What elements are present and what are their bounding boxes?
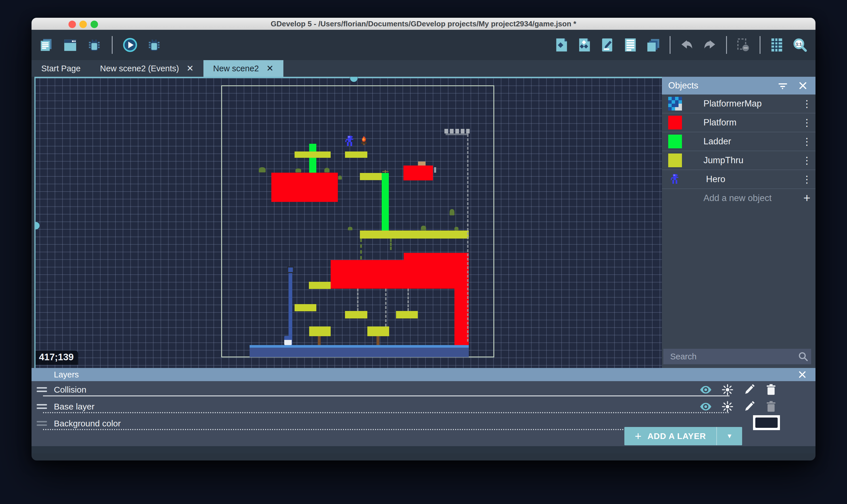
- resize-handle[interactable]: [34, 222, 39, 229]
- objects-group-icon[interactable]: [576, 37, 593, 53]
- scene-object-grass[interactable]: [449, 209, 455, 215]
- properties-icon[interactable]: [599, 37, 616, 53]
- scene-object-grass[interactable]: [455, 227, 458, 230]
- object-row-jumpthru[interactable]: JumpThru⋮: [662, 151, 815, 170]
- scene-object-crate[interactable]: [418, 162, 425, 165]
- layers-icon[interactable]: [645, 37, 661, 53]
- scene-canvas[interactable]: 417;139: [34, 77, 662, 368]
- grid-icon[interactable]: [769, 37, 785, 53]
- debug-icon[interactable]: [86, 37, 103, 53]
- layer-row-collision[interactable]: Collision: [32, 381, 815, 398]
- scene-object-chain[interactable]: [407, 289, 409, 311]
- scene-object-grass[interactable]: [296, 168, 301, 173]
- scene-object-jumpthru[interactable]: [295, 304, 316, 311]
- scene-object-graybit[interactable]: [434, 167, 436, 173]
- scene-object-sign[interactable]: [367, 326, 389, 336]
- scene-object-platform[interactable]: [403, 165, 433, 180]
- drag-handle-icon[interactable]: [37, 419, 47, 428]
- close-objects-panel-icon[interactable]: [797, 79, 809, 92]
- redo-icon[interactable]: [702, 37, 718, 53]
- scene-object-vine[interactable]: [360, 238, 362, 259]
- object-row-platformermap[interactable]: PlatformerMap⋮: [662, 94, 815, 113]
- scene-object-figure[interactable]: [284, 336, 292, 345]
- edit-icon[interactable]: [743, 400, 756, 413]
- scene-object-dashline[interactable]: [467, 134, 469, 342]
- canvas-top-accent: [36, 77, 662, 78]
- object-row-ladder[interactable]: Ladder⋮: [662, 132, 815, 151]
- effects-icon[interactable]: [721, 400, 734, 413]
- scene-object-jumpthru[interactable]: [345, 151, 367, 158]
- drag-handle-icon[interactable]: [37, 385, 47, 394]
- scene-object-grass[interactable]: [421, 226, 426, 230]
- add-object-plus-icon[interactable]: +: [798, 191, 815, 205]
- object-row-hero[interactable]: Hero⋮: [662, 170, 815, 189]
- scene-object-ladder[interactable]: [382, 173, 389, 231]
- object-menu-icon[interactable]: ⋮: [798, 136, 815, 147]
- object-menu-icon[interactable]: ⋮: [798, 174, 815, 185]
- add-new-object-row[interactable]: Add a new object +: [662, 189, 815, 207]
- object-menu-icon[interactable]: ⋮: [798, 117, 815, 128]
- layer-row-base-layer[interactable]: Base layer: [32, 398, 815, 415]
- scene-object-chain[interactable]: [357, 289, 358, 311]
- preview-window-icon[interactable]: [62, 37, 78, 53]
- tab-new-scene2-events-[interactable]: New scene2 (Events) ✕: [90, 60, 204, 77]
- scene-object-platform[interactable]: [271, 173, 338, 202]
- objects-panel: Objects PlatformerMap⋮Platform⋮Ladder⋮Ju…: [662, 77, 815, 368]
- filter-icon[interactable]: [777, 79, 789, 92]
- scene-object-torch[interactable]: [360, 136, 368, 145]
- tab-new-scene2[interactable]: New scene2 ✕: [204, 60, 283, 77]
- trash-icon[interactable]: [764, 383, 778, 396]
- scene-object-sign[interactable]: [309, 326, 331, 336]
- close-tab-icon[interactable]: ✕: [266, 64, 273, 73]
- object-menu-icon[interactable]: ⋮: [798, 98, 815, 109]
- resize-handle[interactable]: [350, 77, 358, 82]
- play-icon[interactable]: [122, 37, 138, 53]
- toolbar-divider: [726, 36, 727, 54]
- scene-object-post[interactable]: [318, 336, 321, 345]
- scene-object-jumpthru[interactable]: [295, 151, 331, 158]
- scene-object-jumpthru[interactable]: [396, 311, 418, 319]
- close-layers-panel-icon[interactable]: [796, 368, 809, 381]
- undo-icon[interactable]: [678, 37, 695, 53]
- zoom-1-1-icon[interactable]: 1:1: [791, 37, 808, 53]
- scene-object-post[interactable]: [376, 336, 380, 345]
- add-layer-button[interactable]: + ADD A LAYER ▼: [624, 427, 742, 445]
- scene-object-jumpthru[interactable]: [309, 282, 331, 289]
- scene-object-platform[interactable]: [455, 289, 469, 345]
- eye-icon[interactable]: [699, 400, 712, 413]
- instances-list-icon[interactable]: [622, 37, 639, 53]
- edit-icon[interactable]: [743, 383, 756, 396]
- scene-object-grayblocks[interactable]: [444, 129, 470, 133]
- scene-object-hero[interactable]: [345, 136, 354, 147]
- effects-icon[interactable]: [721, 383, 734, 396]
- object-icon[interactable]: [553, 37, 570, 53]
- scene-object-cap[interactable]: [287, 266, 294, 273]
- add-layer-dropdown-button[interactable]: ▼: [716, 427, 742, 445]
- drag-handle-icon[interactable]: [37, 402, 47, 411]
- debug-play-icon[interactable]: [146, 37, 162, 53]
- scene-object-jumpthru[interactable]: [345, 311, 367, 319]
- scene-object-jumpthru[interactable]: [360, 231, 469, 238]
- tab-start-page[interactable]: Start Page: [32, 60, 90, 77]
- scene-object-grass[interactable]: [259, 167, 266, 173]
- project-manager-icon[interactable]: [38, 37, 54, 53]
- object-menu-icon[interactable]: ⋮: [798, 155, 815, 166]
- scene-object-grass[interactable]: [324, 168, 330, 173]
- scene-object-platform[interactable]: [331, 260, 469, 289]
- trash-icon[interactable]: [764, 400, 778, 413]
- remove-instances-icon[interactable]: [735, 37, 752, 53]
- scene-object-vine[interactable]: [390, 238, 392, 250]
- scene-object-grass[interactable]: [338, 176, 342, 180]
- eye-icon[interactable]: [699, 383, 712, 396]
- layer-color-swatch[interactable]: [753, 415, 780, 430]
- scene-object-platform[interactable]: [404, 253, 469, 260]
- scene-object-jumpthru[interactable]: [360, 173, 382, 180]
- scene-object-pole[interactable]: [288, 269, 292, 345]
- scene-object-chain[interactable]: [385, 289, 387, 326]
- object-search-input[interactable]: [663, 352, 795, 361]
- scene-object-ground[interactable]: [250, 345, 469, 357]
- close-tab-icon[interactable]: ✕: [187, 64, 194, 73]
- object-row-platform[interactable]: Platform⋮: [662, 113, 815, 132]
- scene-object-ladder[interactable]: [309, 144, 316, 173]
- scene-object-grass[interactable]: [348, 227, 352, 230]
